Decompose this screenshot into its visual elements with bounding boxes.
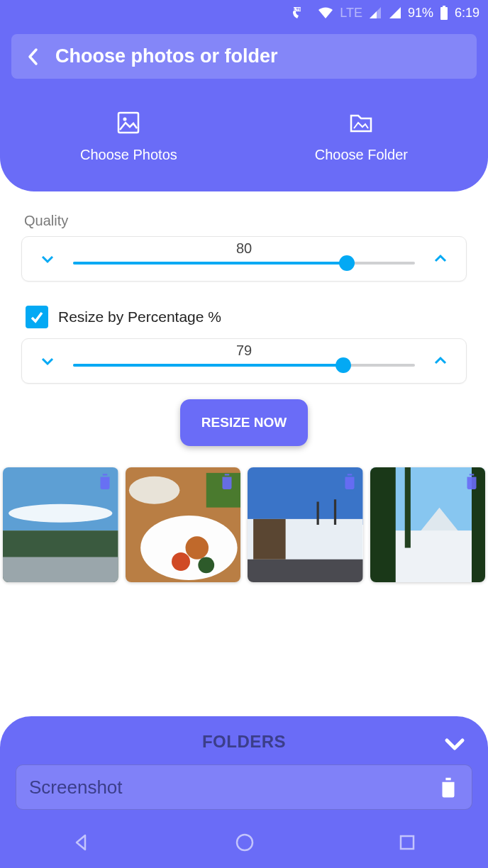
quality-slider-card: 80: [21, 236, 467, 282]
signal-icon-1: [368, 6, 382, 20]
delete-icon[interactable]: [340, 472, 359, 490]
delete-icon[interactable]: [218, 472, 236, 490]
svg-rect-21: [334, 499, 336, 525]
svg-rect-25: [370, 467, 396, 582]
resize-increase-button[interactable]: [426, 347, 455, 375]
folder-name: Screenshot: [29, 777, 123, 799]
content-area: Quality 80 Resize by Percentage % 79: [0, 191, 488, 446]
resize-checkbox[interactable]: [26, 306, 48, 328]
choose-folder-label: Choose Folder: [315, 147, 408, 163]
folder-icon: [347, 108, 375, 137]
svg-rect-19: [253, 519, 286, 560]
battery-percent: 91%: [408, 6, 433, 21]
thumbnail-item[interactable]: [248, 467, 363, 582]
wifi-icon: [317, 6, 334, 20]
quality-increase-button[interactable]: [426, 245, 455, 273]
signal-icon-2: [388, 6, 402, 20]
quality-slider[interactable]: 80: [73, 245, 415, 273]
nav-home-icon[interactable]: [234, 832, 255, 853]
resize-decrease-button[interactable]: [33, 347, 62, 375]
nav-recent-icon[interactable]: [397, 833, 417, 852]
thumbnail-item[interactable]: [3, 467, 118, 582]
svg-rect-18: [248, 560, 363, 582]
choose-photos-label: Choose Photos: [80, 147, 177, 163]
thumbnail-item[interactable]: [126, 467, 241, 582]
header-panel: Choose photos or folder Choose Photos Ch…: [0, 26, 488, 191]
folders-header[interactable]: FOLDERS: [16, 732, 472, 752]
chevron-down-icon[interactable]: [441, 730, 468, 757]
svg-point-28: [237, 835, 253, 850]
svg-rect-27: [404, 467, 410, 548]
svg-rect-2: [443, 6, 445, 8]
page-title: Choose photos or folder: [55, 45, 278, 67]
choose-folder-button[interactable]: Choose Folder: [315, 108, 408, 163]
quality-label: Quality: [24, 213, 467, 229]
folder-row[interactable]: Screenshot: [16, 764, 472, 810]
thumbnail-list: [0, 446, 488, 582]
title-bar: Choose photos or folder: [11, 34, 477, 79]
nav-back-icon[interactable]: [71, 832, 92, 853]
resize-checkbox-label: Resize by Percentage %: [58, 308, 221, 326]
svg-text:LTE: LTE: [294, 7, 301, 11]
svg-point-14: [198, 557, 214, 574]
lte-label: LTE: [340, 6, 362, 21]
battery-icon: [439, 5, 449, 21]
resize-value: 79: [73, 343, 415, 359]
resize-slider-card: 79: [21, 338, 467, 384]
svg-point-11: [128, 477, 179, 504]
svg-point-13: [172, 552, 190, 571]
status-bar: LTE LTE 91% 6:19: [0, 0, 488, 26]
svg-rect-29: [401, 836, 414, 849]
quality-decrease-button[interactable]: [33, 245, 62, 273]
svg-rect-3: [118, 113, 138, 133]
photo-icon: [114, 108, 143, 137]
resize-now-button[interactable]: RESIZE NOW: [180, 399, 308, 446]
svg-rect-1: [440, 7, 448, 20]
svg-point-12: [185, 536, 209, 560]
delete-folder-icon[interactable]: [438, 775, 459, 799]
delete-icon[interactable]: [96, 472, 114, 490]
svg-point-4: [123, 118, 127, 121]
back-icon[interactable]: [26, 47, 41, 67]
delete-icon[interactable]: [462, 472, 481, 490]
navigation-bar: [0, 817, 488, 868]
quality-value: 80: [73, 240, 415, 257]
clock: 6:19: [455, 6, 479, 21]
svg-rect-8: [3, 557, 118, 583]
choose-photos-button[interactable]: Choose Photos: [80, 108, 177, 163]
folders-title: FOLDERS: [202, 732, 286, 752]
thumbnail-item[interactable]: [370, 467, 486, 582]
volte-icon: LTE: [292, 6, 311, 20]
svg-rect-20: [317, 502, 319, 525]
folders-panel: FOLDERS Screenshot: [0, 716, 488, 817]
resize-slider[interactable]: 79: [73, 347, 415, 375]
svg-point-7: [9, 504, 112, 523]
